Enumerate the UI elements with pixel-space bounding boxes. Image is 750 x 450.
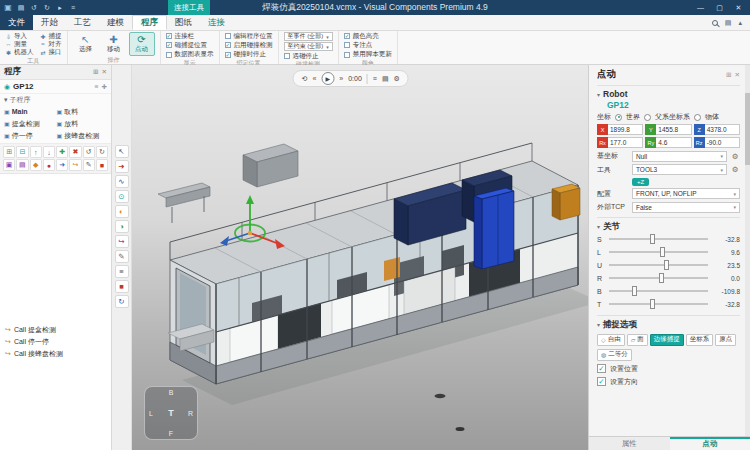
collapse-all-icon[interactable]: ⊟ (16, 146, 28, 158)
touchup-icon[interactable]: ● (43, 159, 55, 171)
tab-modeling[interactable]: 建模 (99, 15, 132, 30)
joint-thumb[interactable] (664, 260, 669, 270)
x-coordinate-field[interactable]: X1899.8 (597, 124, 643, 135)
radio-world[interactable] (615, 114, 622, 121)
tab-jog[interactable]: 点动 (670, 437, 750, 450)
redo-icon[interactable]: ↻ (42, 4, 52, 12)
stmt-comment-icon[interactable]: ✎ (115, 250, 129, 263)
right-panel-scrollbar[interactable] (745, 65, 750, 436)
stmt-ptp-motion-icon[interactable]: ➜ (115, 160, 129, 173)
search-icon[interactable] (712, 20, 718, 26)
play-button[interactable]: ▶ (321, 72, 334, 85)
undo-icon[interactable]: ↺ (83, 146, 95, 158)
robot-name[interactable]: GP12 (607, 100, 740, 110)
show-option-3[interactable]: 数据图表显示 (166, 51, 214, 59)
stmt-delay-icon[interactable]: ⊙ (115, 190, 129, 203)
stmt-while-icon[interactable]: ↻ (115, 295, 129, 308)
show-option-2[interactable]: ✓磁捕捉位置 (166, 41, 214, 49)
radio-parent[interactable] (644, 114, 651, 121)
tab-process[interactable]: 工艺 (66, 15, 99, 30)
routine-item[interactable]: ▣提盒检测 (4, 118, 55, 129)
maximize-button[interactable]: ▢ (710, 0, 729, 15)
paste-icon[interactable]: ▤ (16, 159, 28, 171)
workspace-layout-icon[interactable]: ▤ (725, 19, 732, 27)
y-coordinate-field[interactable]: Y1455.8 (645, 124, 691, 135)
tool-gear-icon[interactable]: ⚙ (730, 165, 740, 174)
close-panel-icon[interactable]: ✕ (102, 68, 107, 76)
stop-icon[interactable]: ■ (96, 159, 108, 171)
jog-button[interactable]: ⟳点动 (129, 32, 155, 56)
color-option-2[interactable]: 专注点 (344, 41, 392, 49)
y-value[interactable]: 1455.8 (656, 124, 691, 135)
joint-thumb[interactable] (650, 234, 655, 244)
scrollbar-thumb[interactable] (745, 93, 750, 165)
list-icon[interactable]: ≡ (373, 75, 377, 82)
snap-face-button[interactable]: ▱面 (627, 334, 648, 346)
joint-track[interactable] (609, 238, 708, 240)
pin-icon[interactable]: ⊞ (93, 68, 98, 76)
collapse-ribbon-icon[interactable]: ▴ (738, 19, 742, 27)
settings-icon[interactable]: ⚙ (394, 75, 400, 83)
ry-value[interactable]: 4.6 (656, 137, 691, 148)
menu-icon[interactable]: ≡ (68, 4, 78, 12)
external-tcp-select[interactable]: False▾ (632, 202, 740, 213)
robot-selector-row[interactable]: ◉ GP12 ≡ ✚ (0, 80, 111, 94)
edit-icon[interactable]: ✎ (83, 159, 95, 171)
stmt-print-icon[interactable]: ≡ (115, 265, 129, 278)
radio-object[interactable] (694, 114, 701, 121)
joint-track[interactable] (609, 277, 708, 279)
context-tab-header[interactable]: 连接工具 (168, 0, 210, 15)
tab-drawing[interactable]: 图纸 (167, 15, 200, 30)
copy-icon[interactable]: ▣ (3, 159, 15, 171)
statement-row[interactable]: ↪Call 停一停 (0, 336, 111, 348)
routine-item[interactable]: ▣放料 (57, 118, 108, 129)
step-forward-icon[interactable]: » (339, 75, 343, 82)
stmt-select-icon[interactable]: ↖ (115, 145, 129, 158)
robot-tools-button[interactable]: ✱机器人 (5, 49, 34, 57)
select-button[interactable]: ↖选择 (73, 32, 99, 56)
app-icon[interactable]: ▣ (2, 3, 14, 12)
x-value[interactable]: 1899.8 (608, 124, 643, 135)
navcube-top-face[interactable]: T (168, 408, 174, 418)
routine-item-main[interactable]: ▣Main (4, 106, 55, 117)
configuration-select[interactable]: FRONT, UP, NOFLIP▾ (632, 188, 740, 199)
play-simulation-icon[interactable]: ▸ (55, 4, 65, 12)
stmt-lin-motion-icon[interactable]: ∿ (115, 175, 129, 188)
close-panel-icon[interactable]: ✕ (735, 71, 740, 79)
minimize-button[interactable]: — (691, 0, 710, 15)
position-option-3[interactable]: ✓碰撞时停止 (225, 51, 273, 59)
joint-track[interactable] (609, 264, 708, 266)
collision-option-3[interactable]: 遇碰停止 (284, 52, 333, 60)
tab-file[interactable]: 文件 (0, 15, 33, 30)
step-back-icon[interactable]: « (312, 75, 316, 82)
routine-item[interactable]: ▣停一停 (4, 130, 55, 141)
subroutines-section-header[interactable]: ▾ 子程序 (0, 94, 111, 106)
collision-dropdown-2[interactable]: 至约束 (全部)▾ (284, 42, 333, 51)
navigation-cube[interactable]: B L T R F (144, 386, 198, 440)
tab-program[interactable]: 程序 (132, 15, 167, 30)
navcube-left-face[interactable]: L (149, 410, 153, 417)
stmt-set-signal-icon[interactable]: ◑ (115, 220, 129, 233)
position-option-2[interactable]: ✓启用碰撞检测 (225, 41, 273, 49)
snap-edge-button[interactable]: 边缘捕捉 (650, 334, 684, 346)
collision-dropdown-1[interactable]: 至事件 (全部)▾ (284, 32, 333, 41)
show-option-1[interactable]: ✓连接栏 (166, 32, 214, 40)
stmt-call-icon[interactable]: ↪ (115, 235, 129, 248)
statement-row[interactable]: ↪Call 接蜂盘检测 (0, 348, 111, 360)
navcube-right-face[interactable]: R (188, 410, 193, 417)
routine-item[interactable]: ▣接蜂盘检测 (57, 130, 108, 141)
record-position-icon[interactable]: ◆ (30, 159, 42, 171)
statement-editor[interactable]: ↪Call 提盒检测 ↪Call 停一停 ↪Call 接蜂盘检测 (0, 174, 111, 450)
tab-connectivity[interactable]: 连接 (200, 15, 233, 30)
joint-thumb[interactable] (660, 247, 665, 257)
call-icon[interactable]: ↪ (69, 159, 81, 171)
joint-track[interactable] (609, 290, 708, 292)
joint-thumb[interactable] (650, 299, 655, 309)
align-z-chip[interactable]: +Z (632, 178, 649, 186)
add-routine-icon[interactable]: ✚ (102, 83, 107, 91)
color-option-3[interactable]: 禁用脚本更新 (344, 51, 392, 59)
viewport-3d[interactable]: ⟲ « ▶ » 0:00 ≡ ▤ ⚙ B L T R F (132, 65, 588, 450)
grid-view-icon[interactable]: ▤ (382, 75, 389, 83)
move-down-icon[interactable]: ↓ (43, 146, 55, 158)
z-value[interactable]: 4378.0 (705, 124, 740, 135)
